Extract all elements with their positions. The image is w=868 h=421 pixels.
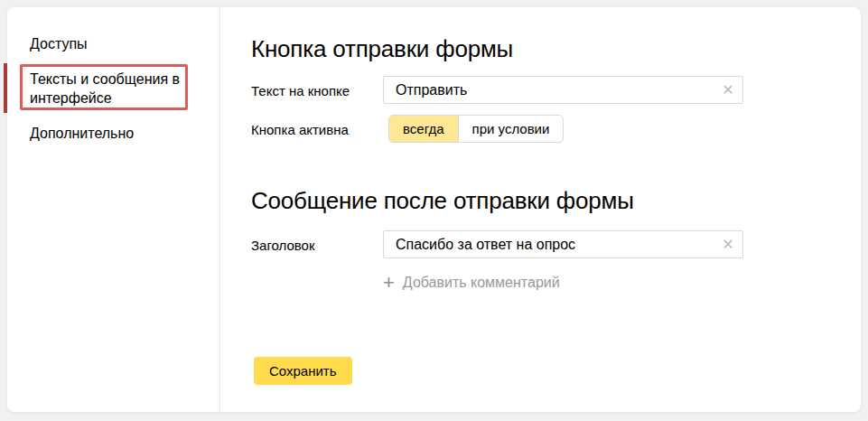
sidebar-item-additional[interactable]: Дополнительно: [30, 124, 134, 143]
active-item-highlight: Тексты и сообщения в интерфейсе: [20, 64, 188, 110]
main-content: Кнопка отправки формы Текст на кнопке ✕ …: [221, 7, 861, 412]
sidebar-item-texts-and-messages[interactable]: Тексты и сообщения в интерфейсе: [30, 70, 182, 108]
button-active-toggle: всегда при условии: [388, 115, 564, 143]
button-text-label: Текст на кнопке: [251, 83, 350, 99]
message-header-input[interactable]: [383, 230, 743, 258]
toggle-option-conditional[interactable]: при условии: [458, 116, 564, 142]
active-item-indicator: [4, 63, 7, 113]
settings-panel: Доступы Тексты и сообщения в интерфейсе …: [7, 7, 861, 412]
toggle-option-always[interactable]: всегда: [389, 116, 458, 142]
section-title-submit-button: Кнопка отправки формы: [251, 34, 513, 63]
section-title-after-submit-message: Сообщение после отправки формы: [251, 186, 634, 215]
plus-icon: +: [383, 274, 395, 292]
add-comment-label: Добавить комментарий: [403, 274, 560, 292]
sidebar-item-access[interactable]: Доступы: [30, 34, 88, 53]
sidebar: Доступы Тексты и сообщения в интерфейсе …: [7, 7, 220, 412]
add-comment-link[interactable]: + Добавить комментарий: [383, 274, 560, 292]
save-button[interactable]: Сохранить: [254, 357, 352, 385]
clear-icon[interactable]: ✕: [720, 237, 736, 253]
clear-icon[interactable]: ✕: [720, 82, 736, 98]
button-text-input[interactable]: [383, 76, 743, 104]
button-active-label: Кнопка активна: [251, 122, 349, 138]
header-field-label: Заголовок: [251, 238, 315, 254]
